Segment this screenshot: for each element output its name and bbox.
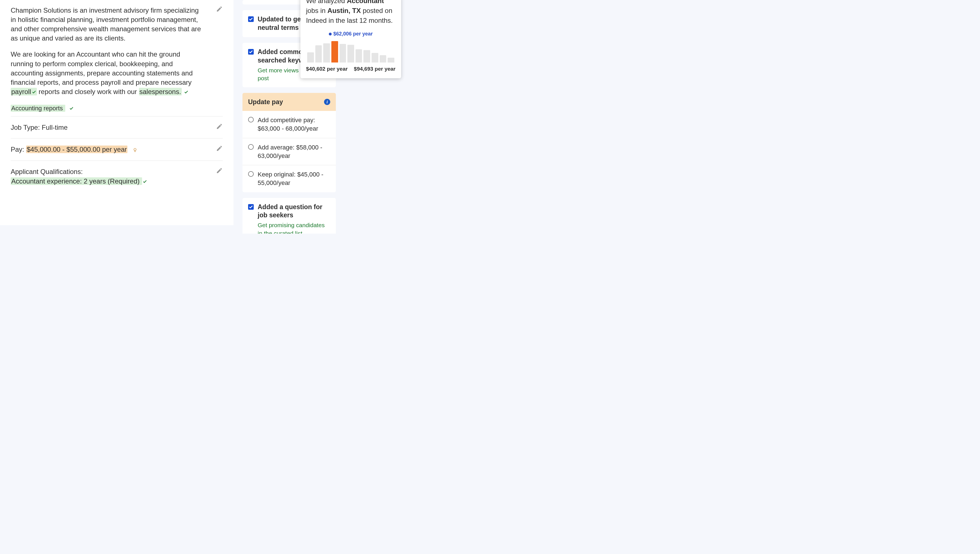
pencil-icon[interactable]	[216, 123, 223, 129]
job-type-value: Full-time	[41, 124, 67, 131]
qualifications-label: Applicant Qualifications:	[11, 167, 223, 177]
pay-label: Pay:	[11, 145, 26, 153]
pay-option-original[interactable]: Keep original: $45,000 - 55,000/year	[242, 165, 336, 192]
chart-bar	[331, 41, 338, 62]
pay-option-competitive[interactable]: Add competitive pay: $63,000 - 68,000/ye…	[242, 111, 336, 138]
desc-para2-mid: reports and closely work with our	[37, 88, 139, 96]
info-icon[interactable]: i	[324, 99, 330, 105]
job-description-text: Champion Solutions is an investment advi…	[11, 6, 223, 96]
tooltip-role: Accountant	[347, 0, 384, 5]
chart-bar	[323, 43, 330, 62]
job-type-row: Job Type: Full-time	[11, 116, 223, 139]
chart-bar	[372, 53, 378, 62]
tooltip-location: Austin, TX	[328, 7, 361, 14]
chart-legend: $62,006 per year	[306, 30, 396, 37]
checkbox-checked-icon[interactable]	[248, 16, 254, 22]
check-icon	[143, 177, 147, 181]
chart-bars	[306, 39, 396, 62]
keyword-payroll: payroll	[11, 88, 37, 96]
pencil-icon[interactable]	[216, 6, 223, 13]
chart-bar	[356, 49, 362, 62]
chart-bar	[380, 55, 387, 62]
tooltip-text: We analyzed Accountant jobs in Austin, T…	[306, 0, 396, 26]
pay-option-label: Add average: $58,000 - 63,000/year	[258, 143, 330, 160]
qualifications-row: Applicant Qualifications: Accountant exp…	[11, 160, 223, 192]
keyword-row: Accounting reports	[11, 104, 223, 116]
chart-bar	[388, 58, 395, 62]
update-pay-header: Update pay i	[242, 93, 336, 111]
chart-high-label: $94,693 per year	[354, 65, 396, 73]
pencil-icon[interactable]	[216, 145, 223, 152]
suggestion-title: Added a question for job seekers	[258, 203, 330, 220]
pay-option-label: Add competitive pay: $63,000 - 68,000/ye…	[258, 116, 330, 133]
pay-option-average[interactable]: Add average: $58,000 - 63,000/year	[242, 138, 336, 165]
suggestion-subtitle: Get promising candidates in the curated …	[258, 221, 330, 234]
chart-bar	[339, 44, 346, 62]
job-description-para1: Champion Solutions is an investment advi…	[11, 6, 203, 43]
check-icon	[69, 104, 74, 109]
pay-analysis-tooltip: We analyzed Accountant jobs in Austin, T…	[301, 0, 401, 78]
chart-bar	[347, 45, 354, 62]
legend-dot-icon	[329, 33, 332, 35]
pencil-icon[interactable]	[216, 167, 223, 174]
chart-legend-value: $62,006 per year	[333, 31, 373, 37]
keyword-salespersons: salespersons.	[139, 88, 182, 96]
lightbulb-icon	[133, 145, 137, 151]
update-pay-panel: Update pay i Add competitive pay: $63,00…	[242, 93, 336, 192]
suggestion-question[interactable]: Added a question for job seekers Get pro…	[242, 198, 336, 234]
pay-highlight: $45,000.00 - $55,000.00 per year	[26, 145, 127, 153]
chart-axis-labels: $40,602 per year $94,693 per year	[306, 65, 396, 73]
job-description-para2: We are looking for an Accountant who can…	[11, 49, 203, 96]
check-icon	[184, 87, 188, 92]
checkbox-checked-icon[interactable]	[248, 49, 254, 54]
chart-bar	[363, 50, 370, 62]
keyword-accounting-reports: Accounting reports	[11, 105, 65, 112]
radio-icon[interactable]	[248, 171, 254, 177]
chart-bar	[307, 53, 314, 62]
radio-icon[interactable]	[248, 144, 254, 150]
job-post-card: Champion Solutions is an investment advi…	[0, 0, 234, 225]
pay-row: Pay: $45,000.00 - $55,000.00 per year	[11, 138, 223, 160]
update-pay-title: Update pay	[248, 97, 283, 106]
chart-bar	[315, 45, 322, 62]
checkbox-checked-icon[interactable]	[248, 204, 254, 210]
chart-low-label: $40,602 per year	[306, 65, 348, 73]
desc-para2-pre: We are looking for an Accountant who can…	[11, 50, 192, 86]
job-description-section: Champion Solutions is an investment advi…	[11, 6, 223, 96]
job-type-label: Job Type:	[11, 124, 41, 131]
check-icon	[32, 87, 36, 92]
radio-icon[interactable]	[248, 117, 254, 123]
pay-option-label: Keep original: $45,000 - 55,000/year	[258, 170, 330, 187]
pay-distribution-chart: $62,006 per year $40,602 per year $94,69…	[306, 30, 396, 73]
qualification-item: Accountant experience: 2 years (Required…	[11, 177, 142, 185]
